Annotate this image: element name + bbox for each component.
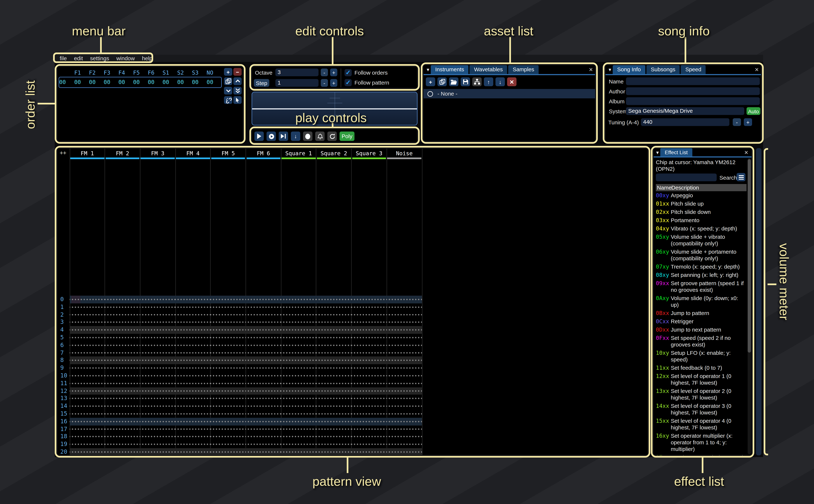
- pattern-cell[interactable]: [351, 357, 387, 364]
- asset-toggle-folders-button[interactable]: [472, 77, 482, 86]
- pattern-cell[interactable]: [281, 410, 316, 418]
- pattern-cell[interactable]: [105, 379, 140, 387]
- asset-selected-row[interactable]: - None -: [424, 89, 595, 98]
- pattern-cell[interactable]: [140, 303, 175, 311]
- pattern-cell[interactable]: [316, 379, 351, 387]
- pattern-cell[interactable]: [210, 395, 246, 402]
- pattern-cell[interactable]: [105, 341, 140, 349]
- menu-help[interactable]: help: [142, 55, 152, 61]
- asset-move-up-button[interactable]: ↑: [484, 77, 493, 86]
- pattern-cell[interactable]: [316, 418, 351, 425]
- pattern-cell[interactable]: [210, 441, 246, 448]
- pattern-cell[interactable]: [281, 372, 316, 379]
- pattern-cell[interactable]: [387, 379, 422, 387]
- song-close-icon[interactable]: ×: [755, 67, 759, 72]
- pattern-cell[interactable]: [210, 319, 246, 326]
- pattern-cell[interactable]: [351, 334, 387, 341]
- pattern-cell[interactable]: [175, 303, 210, 311]
- pattern-cell[interactable]: [105, 448, 140, 455]
- pattern-cell[interactable]: [105, 425, 140, 433]
- order-row[interactable]: 0000000000000000000000: [59, 79, 217, 85]
- menu-file[interactable]: file: [60, 55, 67, 61]
- pattern-cell[interactable]: [70, 303, 105, 311]
- pattern-cell[interactable]: [316, 349, 351, 357]
- pattern-cell[interactable]: [387, 341, 422, 349]
- pattern-cell[interactable]: [387, 364, 422, 372]
- asset-close-icon[interactable]: ×: [589, 67, 593, 72]
- pattern-cell[interactable]: [246, 395, 281, 402]
- pattern-cell[interactable]: [281, 433, 316, 440]
- pattern-cell[interactable]: [140, 418, 175, 425]
- pattern-cell[interactable]: [246, 418, 281, 425]
- tab-speed[interactable]: Speed: [681, 65, 706, 74]
- pattern-cell[interactable]: [387, 448, 422, 455]
- tab-samples[interactable]: Samples: [508, 65, 539, 74]
- pattern-cell[interactable]: [316, 319, 351, 326]
- octave-input[interactable]: 3: [275, 69, 318, 76]
- pattern-cell[interactable]: [316, 395, 351, 402]
- effect-search-input[interactable]: [656, 174, 717, 181]
- pattern-cell[interactable]: [140, 448, 175, 455]
- pattern-cell[interactable]: [316, 364, 351, 372]
- pattern-cell[interactable]: [175, 387, 210, 395]
- pattern-cell[interactable]: [70, 319, 105, 326]
- pattern-cell[interactable]: [70, 448, 105, 455]
- pattern-cell[interactable]: [281, 349, 316, 357]
- pattern-cell[interactable]: [246, 341, 281, 349]
- pattern-cell[interactable]: [70, 364, 105, 372]
- pattern-cell[interactable]: [105, 372, 140, 379]
- pattern-cell[interactable]: [140, 395, 175, 402]
- octave-plus-button[interactable]: +: [330, 69, 337, 76]
- pattern-cell[interactable]: [140, 349, 175, 357]
- menu-edit[interactable]: edit: [74, 55, 83, 61]
- pattern-cell[interactable]: [140, 334, 175, 341]
- pattern-cell[interactable]: [246, 357, 281, 364]
- pattern-cell[interactable]: [175, 364, 210, 372]
- pattern-cell[interactable]: [175, 334, 210, 341]
- pattern-cell[interactable]: [246, 379, 281, 387]
- pattern-cell[interactable]: [210, 418, 246, 425]
- pattern-cell[interactable]: [387, 334, 422, 341]
- pattern-cell[interactable]: [140, 433, 175, 440]
- order-move-up-button[interactable]: [233, 77, 242, 85]
- follow-pattern-checkbox[interactable]: ✓: [344, 79, 352, 86]
- pattern-cell[interactable]: [70, 410, 105, 418]
- pattern-cell[interactable]: [351, 433, 387, 440]
- system-input[interactable]: Sega Genesis/Mega Drive: [626, 107, 744, 115]
- pattern-cell[interactable]: [70, 341, 105, 349]
- pattern-cell[interactable]: [175, 410, 210, 418]
- pattern-cell[interactable]: [105, 296, 140, 303]
- pattern-cell[interactable]: [140, 441, 175, 448]
- menu-window[interactable]: window: [116, 55, 135, 61]
- pattern-cell[interactable]: [70, 372, 105, 379]
- pattern-cell[interactable]: [281, 418, 316, 425]
- tab-instruments[interactable]: Instruments: [431, 65, 469, 74]
- pattern-cell[interactable]: [316, 326, 351, 334]
- pattern-cell[interactable]: [246, 410, 281, 418]
- asset-save-button[interactable]: [461, 77, 470, 86]
- pattern-cell[interactable]: [351, 379, 387, 387]
- stop-button[interactable]: [303, 132, 312, 141]
- tab-song-info[interactable]: Song Info: [613, 65, 645, 74]
- pattern-cell[interactable]: [175, 425, 210, 433]
- pattern-cell[interactable]: [175, 326, 210, 334]
- pattern-cell[interactable]: [175, 433, 210, 440]
- metronome-button[interactable]: [315, 132, 324, 141]
- pattern-cell[interactable]: [351, 448, 387, 455]
- pattern-cell[interactable]: [210, 379, 246, 387]
- pattern-cell[interactable]: [351, 372, 387, 379]
- step-minus-button[interactable]: -: [321, 79, 328, 87]
- pattern-cell[interactable]: [351, 326, 387, 334]
- pattern-cell[interactable]: [351, 319, 387, 326]
- pattern-cell[interactable]: [316, 341, 351, 349]
- channel-header-square-1[interactable]: Square 1: [281, 150, 316, 156]
- tuning-minus-button[interactable]: -: [733, 118, 741, 126]
- effect-scrollbar-thumb[interactable]: [748, 159, 751, 353]
- pattern-cell[interactable]: [246, 296, 281, 303]
- pattern-cell[interactable]: [210, 341, 246, 349]
- order-cell[interactable]: 00: [129, 79, 144, 85]
- pattern-cell[interactable]: [210, 410, 246, 418]
- pattern-cell[interactable]: [281, 387, 316, 395]
- search-menu-button[interactable]: [737, 173, 745, 181]
- pattern-cell[interactable]: [281, 319, 316, 326]
